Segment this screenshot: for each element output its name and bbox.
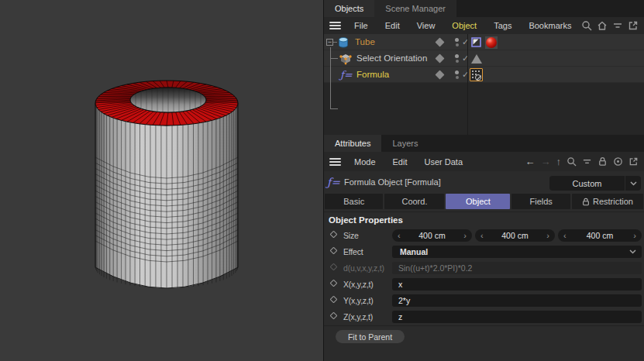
tree-connector bbox=[330, 47, 331, 108]
menu-object[interactable]: Object bbox=[443, 21, 485, 30]
tab-coord[interactable]: Coord. bbox=[384, 194, 444, 209]
tab-layers[interactable]: Layers bbox=[381, 135, 429, 152]
menu-view[interactable]: View bbox=[408, 21, 444, 30]
tab-objects-label: Objects bbox=[335, 4, 363, 13]
menu-bookmarks[interactable]: Bookmarks bbox=[520, 21, 580, 30]
filter-icon[interactable] bbox=[612, 20, 623, 31]
tree-item-label[interactable]: Formula bbox=[356, 70, 389, 79]
tree-item-label[interactable]: Tube bbox=[355, 37, 375, 46]
attributes-panel-tabbar: Attributes Layers bbox=[324, 135, 644, 152]
tab-object-label: Object bbox=[466, 197, 491, 206]
object-title: Formula Object [Formula] bbox=[344, 177, 441, 187]
object-tree: − Tube ✓ Select Orientation ✓ ƒ= Formula bbox=[324, 34, 644, 135]
tree-row-select-orientation[interactable]: Select Orientation ✓ bbox=[324, 50, 644, 67]
x-formula-field[interactable]: x bbox=[392, 278, 642, 291]
home-icon[interactable] bbox=[597, 20, 608, 31]
search-icon[interactable] bbox=[567, 156, 577, 167]
tab-object[interactable]: Object bbox=[446, 194, 510, 209]
hamburger-menu-icon[interactable] bbox=[329, 20, 341, 31]
display-flag-tag-icon[interactable] bbox=[470, 34, 482, 50]
menu-edit[interactable]: Edit bbox=[377, 21, 408, 30]
size-y-stepper[interactable]: ‹400 cm› bbox=[475, 229, 555, 242]
visibility-dots-icon[interactable] bbox=[449, 34, 459, 50]
menu-mode[interactable]: Mode bbox=[346, 157, 384, 167]
attributes-content: ƒ= Formula Object [Formula] Custom Basic… bbox=[324, 171, 644, 361]
visibility-dots-icon[interactable] bbox=[449, 67, 459, 83]
target-icon[interactable] bbox=[613, 156, 623, 167]
y-formula-field[interactable]: 2*y bbox=[392, 294, 642, 307]
layer-icon[interactable] bbox=[436, 50, 444, 67]
tree-row-tube[interactable]: − Tube ✓ bbox=[324, 34, 644, 50]
property-label: Z(x,y,z,t) bbox=[343, 312, 373, 321]
property-label: X(x,y,z,t) bbox=[343, 280, 374, 289]
lock-icon[interactable] bbox=[598, 156, 608, 167]
search-icon[interactable] bbox=[581, 20, 592, 31]
3d-viewport[interactable] bbox=[0, 0, 323, 361]
tab-scene-manager-label: Scene Manager bbox=[385, 4, 446, 13]
property-row-x-formula: X(x,y,z,t) x bbox=[324, 277, 644, 292]
size-x-value[interactable]: 400 cm bbox=[392, 231, 472, 240]
effect-dropdown[interactable]: Manual bbox=[392, 246, 642, 258]
keyframe-diamond-icon[interactable] bbox=[330, 296, 338, 304]
tab-basic-label: Basic bbox=[343, 197, 364, 206]
menu-edit[interactable]: Edit bbox=[384, 157, 416, 167]
filter-icon[interactable] bbox=[582, 156, 592, 167]
y-formula-value: 2*y bbox=[398, 296, 410, 305]
increment-icon[interactable]: › bbox=[463, 231, 467, 240]
keyframe-diamond-icon[interactable] bbox=[330, 312, 338, 320]
tree-connector bbox=[330, 58, 338, 59]
objects-panel-tabbar: Objects Scene Manager bbox=[324, 0, 644, 17]
chevron-down-icon bbox=[629, 249, 636, 254]
material-thumbnail[interactable] bbox=[485, 34, 498, 50]
new-window-icon[interactable] bbox=[628, 20, 639, 31]
phong-tag-icon[interactable] bbox=[471, 50, 482, 67]
property-row-effect: Effect Manual bbox=[324, 245, 644, 260]
size-z-value[interactable]: 400 cm bbox=[558, 231, 642, 240]
property-label: Effect bbox=[343, 247, 363, 256]
collapse-toggle-icon[interactable]: − bbox=[326, 39, 333, 46]
size-y-value[interactable]: 400 cm bbox=[475, 231, 555, 240]
fit-to-parent-button[interactable]: Fit to Parent bbox=[336, 330, 405, 343]
tree-row-formula[interactable]: ƒ= Formula ✓ bbox=[324, 67, 644, 83]
property-label: Y(x,y,z,t) bbox=[343, 296, 374, 305]
up-arrow-icon[interactable]: ↑ bbox=[556, 156, 562, 167]
increment-icon[interactable]: › bbox=[546, 231, 549, 240]
tree-item-label[interactable]: Select Orientation bbox=[356, 53, 427, 63]
z-formula-value: z bbox=[398, 312, 402, 321]
hamburger-menu-icon[interactable] bbox=[329, 156, 341, 167]
tab-basic[interactable]: Basic bbox=[325, 194, 383, 209]
chevron-down-icon bbox=[625, 176, 641, 191]
menu-user-data[interactable]: User Data bbox=[416, 157, 472, 167]
z-formula-field[interactable]: z bbox=[392, 311, 642, 323]
tab-restriction[interactable]: Restriction bbox=[572, 194, 643, 209]
menu-tags[interactable]: Tags bbox=[485, 21, 520, 30]
tab-objects[interactable]: Objects bbox=[324, 0, 374, 17]
selection-restriction-tag-icon[interactable] bbox=[470, 67, 483, 83]
size-x-stepper[interactable]: ‹400 cm› bbox=[392, 229, 472, 242]
visibility-dots-icon[interactable] bbox=[449, 50, 459, 67]
effect-dropdown-value: Manual bbox=[400, 247, 428, 256]
tab-attributes[interactable]: Attributes bbox=[324, 135, 381, 152]
size-z-stepper[interactable]: ‹400 cm› bbox=[558, 229, 642, 242]
forward-arrow-icon[interactable]: → bbox=[541, 156, 551, 167]
tab-attributes-label: Attributes bbox=[335, 139, 370, 148]
formula-object-icon: ƒ= bbox=[340, 69, 353, 81]
layer-icon[interactable] bbox=[436, 67, 444, 83]
increment-icon[interactable]: › bbox=[633, 231, 636, 240]
tab-fields[interactable]: Fields bbox=[511, 194, 570, 209]
tab-scene-manager[interactable]: Scene Manager bbox=[374, 0, 456, 17]
new-window-icon[interactable] bbox=[629, 156, 639, 167]
keyframe-diamond-icon[interactable] bbox=[330, 280, 338, 287]
preset-dropdown[interactable]: Custom bbox=[549, 176, 641, 191]
tab-layers-label: Layers bbox=[392, 139, 418, 148]
keyframe-diamond-icon[interactable] bbox=[330, 231, 338, 239]
property-row-d-formula: d(u,v,x,y,z,t) Sin((u+t)*2.0*PI)*0.2 bbox=[324, 261, 644, 276]
property-row-y-formula: Y(x,y,z,t) 2*y bbox=[324, 294, 644, 308]
separator bbox=[324, 325, 644, 326]
keyframe-diamond-icon[interactable] bbox=[330, 247, 338, 255]
back-arrow-icon[interactable]: ← bbox=[525, 156, 536, 167]
d-formula-value: Sin((u+t)*2.0*PI)*0.2 bbox=[398, 263, 472, 273]
property-label: Size bbox=[343, 231, 359, 240]
layer-icon[interactable] bbox=[436, 34, 444, 50]
menu-file[interactable]: File bbox=[346, 21, 377, 30]
